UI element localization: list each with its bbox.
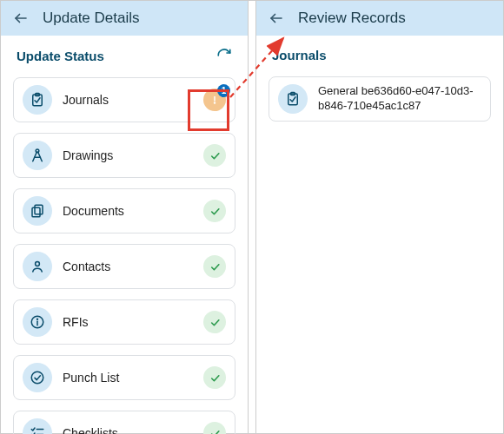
svg-point-15 [31,372,43,384]
status-ok-icon [203,422,226,434]
review-section-title: Journals [272,48,327,62]
row-label: Punch List [63,371,193,385]
review-records-header: Review Records [256,1,503,36]
info-icon [23,307,52,337]
status-ok-icon [203,311,226,333]
svg-point-14 [37,319,38,319]
status-ok-icon [203,255,226,278]
status-warn-icon: 1 [203,89,226,111]
status-ok-icon [203,366,226,389]
clipboard-icon [23,85,52,115]
svg-point-11 [36,262,40,266]
back-arrow-icon[interactable] [13,10,29,26]
review-section-row: Journals [256,36,503,71]
row-label: Checklists [63,426,193,434]
documents-icon [23,196,52,226]
contact-icon [23,252,52,281]
update-status-section-row: Update Status [1,36,248,72]
row-label: Journals [63,93,193,107]
refresh-icon[interactable] [216,48,232,63]
status-row-documents[interactable]: Documents [13,188,235,233]
update-details-header: Update Details [1,1,248,36]
update-details-title: Update Details [43,10,140,27]
notification-badge: 1 [217,84,230,97]
svg-rect-9 [35,205,43,214]
update-status-title: Update Status [17,49,104,63]
record-label: General be636d60-e047-10d3-b846-710e45ac… [318,84,481,114]
status-row-journals[interactable]: Journals1 [13,77,235,122]
record-row[interactable]: General be636d60-e047-10d3-b846-710e45ac… [269,76,491,122]
review-records-title: Review Records [298,10,406,27]
row-label: Drawings [63,148,193,162]
status-row-punch-list[interactable]: Punch List [13,355,235,400]
update-details-panel: Update Details Update Status Journals1Dr… [1,1,249,433]
review-records-panel: Review Records Journals General be636d60… [255,1,503,433]
status-ok-icon [203,200,226,222]
back-arrow-icon[interactable] [269,10,284,26]
app-container: Update Details Update Status Journals1Dr… [0,0,504,434]
clipboard-icon [278,84,308,114]
punch-icon [23,363,52,392]
row-label: Documents [63,204,193,218]
status-row-checklists[interactable]: Checklists [13,411,235,434]
status-list: Journals1DrawingsDocumentsContactsRFIsPu… [1,72,248,434]
status-row-rfis[interactable]: RFIs [13,299,235,345]
svg-rect-10 [32,207,40,217]
checklist-icon [23,418,52,434]
status-ok-icon [203,144,226,167]
compass-icon [23,141,52,170]
row-label: RFIs [63,315,193,329]
status-row-contacts[interactable]: Contacts [13,244,235,289]
status-row-drawings[interactable]: Drawings [13,133,235,178]
svg-point-4 [215,102,216,103]
records-list: General be636d60-e047-10d3-b846-710e45ac… [256,71,503,134]
row-label: Contacts [63,260,193,273]
